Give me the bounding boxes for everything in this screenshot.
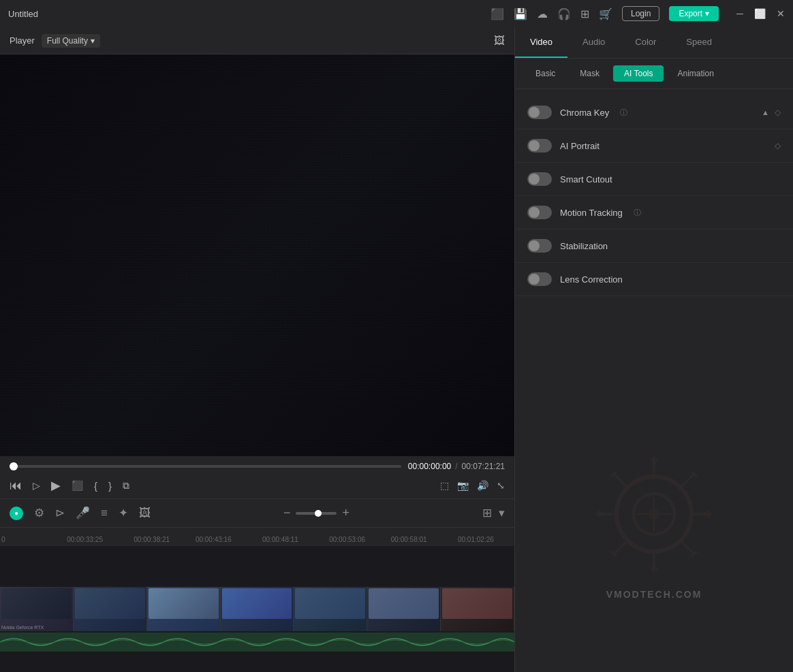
app-title: Untitled bbox=[8, 9, 38, 19]
tool-row-smart-cutout: Smart Cutout bbox=[515, 163, 793, 196]
subtab-mask[interactable]: Mask bbox=[569, 65, 610, 82]
ruler-marks: 0 00:00:33:25 00:00:38:21 00:00:43:16 00… bbox=[0, 528, 514, 543]
zoom-thumb[interactable] bbox=[315, 510, 322, 517]
tool-row-ai-portrait: AI Portrait ◇ bbox=[515, 129, 793, 163]
track-thumbnails: Nvidia Geforce RTX bbox=[0, 587, 514, 631]
lens-correction-toggle[interactable] bbox=[527, 272, 552, 286]
skip-back-button[interactable]: ⏮ bbox=[10, 479, 22, 493]
thumbnail-3 bbox=[147, 587, 221, 631]
thumbnail-5 bbox=[294, 587, 367, 631]
motion-tracking-info-icon[interactable]: ⓘ bbox=[634, 208, 641, 218]
tab-video[interactable]: Video bbox=[515, 27, 567, 58]
export-button[interactable]: Export ▾ bbox=[669, 6, 719, 21]
smart-cutout-knob bbox=[529, 174, 540, 185]
save-icon[interactable]: 💾 bbox=[514, 7, 527, 20]
close-icon[interactable]: ✕ bbox=[777, 8, 785, 19]
stop-button[interactable]: ⬛ bbox=[72, 480, 83, 491]
thumbnail-1: Nvidia Geforce RTX bbox=[0, 587, 74, 631]
ruler-time-2: 00:00:38:21 bbox=[134, 536, 170, 543]
cloud-icon[interactable]: ☁ bbox=[537, 7, 548, 20]
frame-back-button[interactable]: ▷ bbox=[33, 480, 40, 491]
tool-left-lens-correction: Lens Correction bbox=[527, 272, 623, 286]
export-label: Export bbox=[679, 9, 702, 18]
chroma-key-expand-icon[interactable]: ▲ bbox=[762, 108, 769, 116]
tool-left-motion-tracking: Motion Tracking ⓘ bbox=[527, 206, 641, 219]
tab-color[interactable]: Color bbox=[620, 27, 671, 58]
ruler-time-3: 00:00:43:16 bbox=[196, 536, 232, 543]
tab-speed[interactable]: Speed bbox=[671, 27, 727, 58]
export-chevron-icon: ▾ bbox=[705, 9, 709, 18]
motion-tracking-toggle[interactable] bbox=[527, 206, 552, 219]
maximize-icon[interactable]: ⬜ bbox=[754, 8, 766, 19]
play-button[interactable]: ▶ bbox=[51, 478, 61, 493]
title-bar: Untitled ⬛ 💾 ☁ 🎧 ⊞ 🛒 Login Export ▾ ─ ⬜ … bbox=[0, 0, 793, 27]
title-bar-icons: ⬛ 💾 ☁ 🎧 ⊞ 🛒 Login Export ▾ ─ ⬜ ✕ bbox=[491, 6, 785, 21]
chroma-key-toggle[interactable] bbox=[527, 106, 552, 119]
grid-icon[interactable]: ⊞ bbox=[580, 7, 589, 20]
stabilization-label: Stabilization bbox=[560, 241, 608, 251]
audio-tool-button[interactable]: 🎤 bbox=[76, 506, 90, 520]
login-button[interactable]: Login bbox=[622, 6, 659, 21]
quality-select[interactable]: Full Quality ▾ bbox=[42, 34, 100, 48]
subtab-animation[interactable]: Animation bbox=[666, 65, 724, 82]
mark-out-icon[interactable]: } bbox=[108, 480, 112, 492]
ctrl-right: ⬚ 📷 🔊 ⤡ bbox=[440, 480, 505, 491]
effects-tool-button[interactable]: ✦ bbox=[119, 506, 128, 520]
fullscreen-icon[interactable]: ⤡ bbox=[497, 480, 505, 491]
ruler-time-6: 00:00:58:01 bbox=[391, 536, 427, 543]
more-options-icon[interactable]: ▾ bbox=[499, 506, 505, 520]
tool-row-stabilization: Stabilization bbox=[515, 229, 793, 263]
video-background bbox=[0, 54, 514, 456]
mark-in-icon[interactable]: { bbox=[94, 480, 97, 492]
screenshot-icon[interactable]: 📷 bbox=[457, 480, 469, 491]
ctrl-left: ⏮ ▷ ▶ ⬛ { } ⧉ bbox=[10, 478, 129, 493]
subtitle-tool-button[interactable]: ≡ bbox=[101, 507, 108, 520]
ai-portrait-diamond-icon: ◇ bbox=[775, 141, 781, 150]
grid-view-icon[interactable]: ⊞ bbox=[482, 506, 492, 520]
player-toolbar-left: Player Full Quality ▾ bbox=[10, 34, 100, 48]
video-preview bbox=[0, 54, 514, 456]
monitor-icon[interactable]: ⬛ bbox=[491, 7, 504, 20]
svg-point-25 bbox=[649, 509, 659, 519]
subtab-aitools[interactable]: AI Tools bbox=[613, 65, 664, 82]
sticker-tool-button[interactable]: 🖼 bbox=[139, 507, 151, 520]
progress-bar[interactable] bbox=[10, 465, 401, 468]
tool-left-smart-cutout: Smart Cutout bbox=[527, 172, 612, 186]
smart-cutout-toggle[interactable] bbox=[527, 172, 552, 186]
tab-audio[interactable]: Audio bbox=[567, 27, 620, 58]
svg-line-19 bbox=[681, 541, 695, 555]
progress-bar-row: 00:00:00:00 / 00:07:21:21 bbox=[10, 456, 505, 474]
timeline-area: ● ⚙ ⊳ 🎤 ≡ ✦ 🖼 − + ⊞ ▾ bbox=[0, 498, 514, 672]
lens-correction-knob bbox=[529, 274, 540, 285]
time-total: 00:07:21:21 bbox=[462, 462, 505, 471]
thumbnail-4 bbox=[221, 587, 294, 631]
stabilization-toggle[interactable] bbox=[527, 239, 552, 253]
window-controls: ─ ⬜ ✕ bbox=[736, 8, 785, 19]
split-tool-button[interactable]: ⊳ bbox=[55, 506, 65, 520]
player-label: Player bbox=[10, 35, 35, 46]
zoom-out-button[interactable]: − bbox=[283, 506, 291, 520]
tool-row-chroma-key: Chroma Key ⓘ ▲ ◇ bbox=[515, 96, 793, 129]
volume-icon[interactable]: 🔊 bbox=[477, 480, 488, 491]
select-tool-button[interactable]: ● bbox=[10, 507, 23, 520]
cart-icon[interactable]: 🛒 bbox=[599, 7, 612, 20]
watermark-area: VMODTECH.COM bbox=[515, 374, 793, 672]
photo-icon[interactable]: 🖼 bbox=[494, 35, 505, 47]
timeline-tracks: Nvidia Geforce RTX bbox=[0, 546, 514, 672]
crop-icon[interactable]: ⬚ bbox=[440, 480, 449, 491]
zoom-slider[interactable] bbox=[296, 512, 337, 515]
settings-tool-button[interactable]: ⚙ bbox=[34, 506, 44, 520]
time-display: 00:00:00:00 / 00:07:21:21 bbox=[408, 462, 505, 471]
audio-waveform bbox=[0, 633, 514, 652]
trim-icon[interactable]: ⧉ bbox=[123, 480, 129, 492]
minimize-icon[interactable]: ─ bbox=[736, 8, 743, 19]
main-content: Player Full Quality ▾ 🖼 00:00:00:00 bbox=[0, 27, 793, 672]
subtab-basic[interactable]: Basic bbox=[525, 65, 566, 82]
chroma-key-info-icon[interactable]: ⓘ bbox=[620, 108, 627, 118]
ai-portrait-toggle[interactable] bbox=[527, 139, 552, 153]
tool-left-chroma-key: Chroma Key ⓘ bbox=[527, 106, 627, 119]
headset-icon[interactable]: 🎧 bbox=[557, 7, 571, 20]
progress-thumb[interactable] bbox=[10, 462, 18, 470]
zoom-in-button[interactable]: + bbox=[342, 506, 349, 520]
chroma-key-diamond-icon: ◇ bbox=[775, 108, 781, 117]
